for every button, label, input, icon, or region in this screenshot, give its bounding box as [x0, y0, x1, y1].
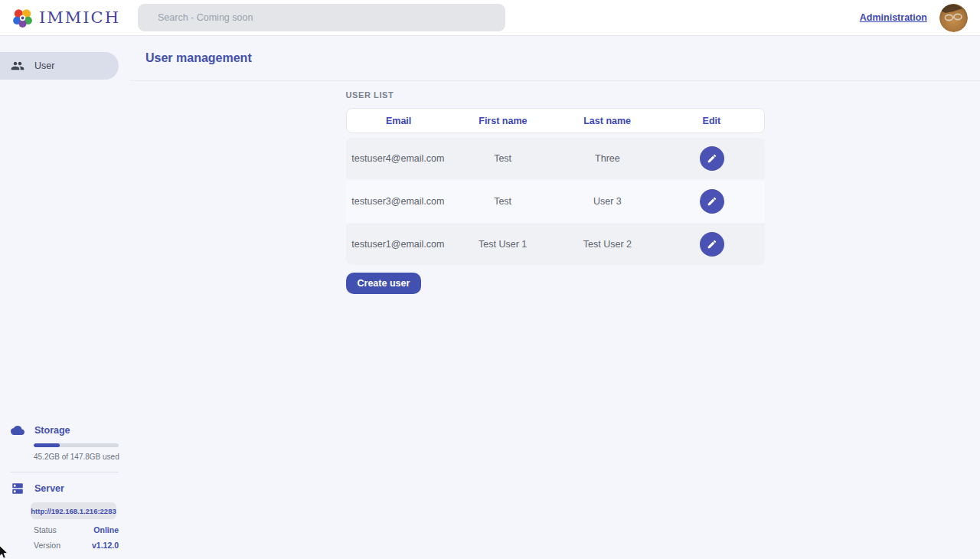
storage-progress-bar: [34, 443, 119, 447]
table-row: testuser1@email.com Test User 1 Test Use…: [346, 224, 765, 265]
immich-logo[interactable]: IMMICH: [12, 8, 120, 28]
server-section-header: Server: [0, 482, 130, 495]
server-title: Server: [34, 483, 64, 494]
edit-user-button[interactable]: [700, 232, 724, 257]
sidebar-item-user[interactable]: User: [0, 52, 119, 80]
group-icon: [11, 59, 24, 73]
administration-link[interactable]: Administration: [860, 12, 927, 23]
edit-user-button[interactable]: [700, 189, 724, 214]
user-list-label: USER LIST: [346, 90, 765, 100]
top-nav-bar: IMMICH Administration: [0, 0, 980, 36]
server-url-badge: http://192.168.1.216:2283: [31, 502, 116, 519]
status-value: Online: [93, 525, 119, 534]
storage-title: Storage: [34, 425, 70, 436]
cell-email: testuser1@email.com: [346, 239, 451, 250]
version-label: Version: [34, 541, 60, 550]
dns-icon: [11, 482, 24, 495]
cell-last-name: Three: [555, 153, 660, 164]
storage-section-header: Storage: [0, 423, 130, 437]
cell-email: testuser3@email.com: [346, 196, 451, 207]
sidebar-divider: [11, 472, 119, 472]
storage-usage-text: 45.2GB of 147.8GB used: [34, 453, 130, 461]
cloud-icon: [11, 423, 24, 437]
page-header: User management: [130, 36, 980, 81]
cell-first-name: Test: [450, 153, 555, 164]
pencil-icon: [707, 196, 717, 207]
column-header-edit: Edit: [659, 116, 763, 126]
storage-progress-fill: [34, 443, 60, 447]
cell-last-name: User 3: [555, 196, 660, 207]
page-title: User management: [145, 51, 252, 65]
table-row: testuser4@email.com Test Three: [346, 138, 765, 179]
admin-sidebar: User Storage 45.2GB of 147.8GB used Serv…: [0, 36, 130, 559]
pencil-icon: [707, 153, 717, 164]
column-header-email: Email: [347, 116, 451, 126]
cell-email: testuser4@email.com: [346, 153, 451, 164]
table-header-row: Email First name Last name Edit: [346, 108, 765, 133]
version-value: v1.12.0: [92, 541, 119, 550]
cell-first-name: Test User 1: [450, 239, 555, 250]
cell-last-name: Test User 2: [555, 239, 660, 250]
create-user-button[interactable]: Create user: [346, 273, 422, 294]
column-header-last-name: Last name: [555, 116, 659, 126]
table-body: testuser4@email.com Test Three testuser3…: [346, 138, 765, 265]
search-input[interactable]: [138, 4, 505, 31]
sidebar-status-panel: Storage 45.2GB of 147.8GB used Server ht…: [0, 423, 130, 559]
immich-flower-icon: [12, 8, 33, 28]
column-header-first-name: First name: [451, 116, 555, 126]
edit-user-button[interactable]: [700, 146, 724, 171]
user-avatar[interactable]: [939, 4, 968, 32]
server-version-row: Version v1.12.0: [34, 541, 119, 550]
main-content: User management USER LIST Email First na…: [130, 36, 980, 559]
pencil-icon: [707, 239, 717, 250]
table-row: testuser3@email.com Test User 3: [346, 181, 765, 222]
user-list-section: USER LIST Email First name Last name Edi…: [346, 90, 765, 294]
sidebar-item-label: User: [34, 60, 54, 71]
status-label: Status: [34, 525, 57, 534]
cell-first-name: Test: [450, 196, 555, 207]
logo-wordmark: IMMICH: [39, 8, 120, 27]
server-status-row: Status Online: [34, 525, 119, 534]
